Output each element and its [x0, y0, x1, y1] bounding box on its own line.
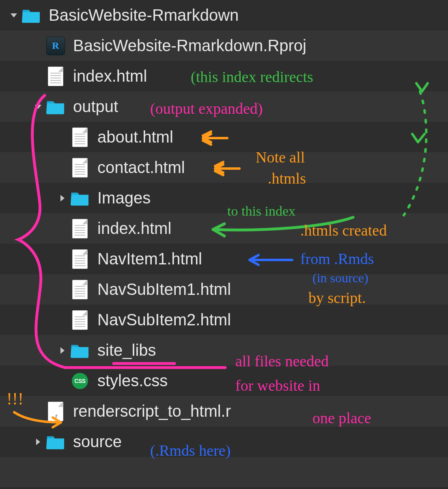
file-label: Images — [97, 189, 151, 207]
folder-icon — [21, 5, 41, 26]
tree-row-navitem1[interactable]: NavItem1.html — [0, 244, 448, 274]
file-label: about.html — [97, 128, 173, 146]
file-label: BasicWebsite-Rmarkdown.Rproj — [73, 37, 306, 55]
tree-row-root[interactable]: BasicWebsite-Rmarkdown — [0, 0, 448, 30]
chevron-down-icon[interactable] — [31, 103, 45, 111]
file-label: NavSubItem2.html — [97, 311, 231, 329]
chevron-right-icon[interactable] — [55, 346, 70, 355]
r-file-icon — [45, 401, 66, 422]
file-label: contact.html — [97, 158, 185, 177]
tree-row-index-out[interactable]: index.html — [0, 213, 448, 244]
file-label: styles.css — [97, 372, 168, 390]
file-tree: BasicWebsite-Rmarkdown R BasicWebsite-Rm… — [0, 0, 448, 487]
tree-row-contact[interactable]: contact.html — [0, 152, 448, 183]
folder-icon — [70, 340, 90, 361]
tree-row-about[interactable]: about.html — [0, 122, 448, 152]
html-file-icon — [70, 279, 90, 300]
tree-row-navsubitem2[interactable]: NavSubItem2.html — [0, 305, 448, 335]
folder-icon — [45, 432, 66, 452]
chevron-down-icon[interactable] — [6, 11, 21, 19]
tree-row-source[interactable]: source — [0, 426, 448, 457]
tree-row-empty — [0, 457, 448, 487]
file-label: renderscript_to_html.r — [73, 402, 231, 420]
tree-row-navsubitem1[interactable]: NavSubItem1.html — [0, 274, 448, 305]
html-file-icon — [70, 158, 90, 178]
html-file-icon — [70, 127, 90, 147]
folder-icon — [70, 188, 90, 208]
css-file-icon: CSS — [70, 371, 90, 391]
tree-row-styles[interactable]: CSS styles.css — [0, 366, 448, 396]
tree-row-rproj[interactable]: R BasicWebsite-Rmarkdown.Rproj — [0, 30, 448, 61]
file-label: index.html — [97, 219, 171, 238]
file-label: source — [73, 433, 122, 451]
tree-row-renderscript[interactable]: renderscript_to_html.r — [0, 396, 448, 426]
file-label: NavItem1.html — [97, 250, 202, 268]
chevron-right-icon[interactable] — [55, 194, 70, 202]
tree-row-images[interactable]: Images — [0, 183, 448, 213]
html-file-icon — [70, 219, 90, 239]
html-file-icon — [45, 66, 66, 87]
folder-icon — [45, 97, 66, 117]
file-label: BasicWebsite-Rmarkdown — [49, 6, 239, 24]
tree-row-sitelibs[interactable]: site_libs — [0, 335, 448, 366]
html-file-icon — [70, 249, 90, 269]
tree-row-index-root[interactable]: index.html — [0, 61, 448, 91]
file-label: index.html — [73, 67, 147, 85]
tree-row-output[interactable]: output — [0, 91, 448, 122]
file-label: site_libs — [97, 341, 156, 359]
html-file-icon — [70, 310, 90, 330]
rproj-icon: R — [45, 36, 66, 56]
file-label: NavSubItem1.html — [97, 280, 231, 299]
file-label: output — [73, 97, 118, 116]
chevron-right-icon[interactable] — [31, 438, 45, 446]
